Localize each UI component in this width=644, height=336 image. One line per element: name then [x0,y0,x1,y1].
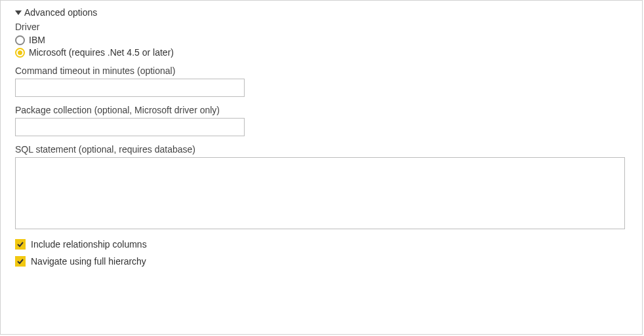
include-relationship-columns-checkbox[interactable]: Include relationship columns [15,239,628,250]
package-label: Package collection (optional, Microsoft … [15,105,628,115]
section-title: Advanced options [24,7,97,18]
triangle-down-icon [15,10,22,15]
package-input[interactable] [15,118,245,136]
sql-textarea[interactable] [15,157,625,229]
navigate-full-hierarchy-label: Navigate using full hierarchy [31,256,146,267]
driver-label: Driver [15,22,628,32]
checkbox-checked-icon [15,256,26,267]
driver-option-ibm-label: IBM [29,35,45,45]
sql-label: SQL statement (optional, requires databa… [15,144,628,155]
include-relationship-columns-label: Include relationship columns [31,239,147,250]
timeout-label: Command timeout in minutes (optional) [15,65,628,76]
advanced-options-panel: Advanced options Driver IBM Microsoft (r… [0,0,643,335]
navigate-full-hierarchy-checkbox[interactable]: Navigate using full hierarchy [15,256,628,267]
driver-option-microsoft[interactable]: Microsoft (requires .Net 4.5 or later) [15,47,628,58]
timeout-input[interactable] [15,79,245,97]
radio-icon-selected [15,48,25,58]
checkbox-checked-icon [15,239,26,250]
driver-option-microsoft-label: Microsoft (requires .Net 4.5 or later) [29,47,174,58]
driver-option-ibm[interactable]: IBM [15,35,628,45]
advanced-options-toggle[interactable]: Advanced options [15,7,628,18]
radio-icon [15,35,25,45]
